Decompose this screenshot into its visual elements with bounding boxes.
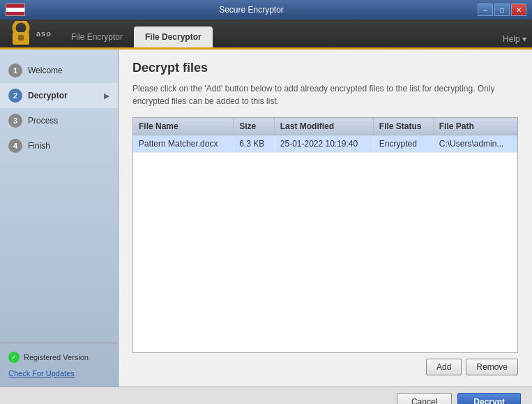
cell-file-name: Pattern Matcher.docx (133, 135, 234, 153)
sidebar-arrow-icon: ▶ (104, 92, 109, 100)
check-updates-button[interactable]: Check For Updates (8, 369, 75, 377)
sidebar-item-decryptor[interactable]: 2 Decryptor ▶ (0, 83, 118, 108)
minimize-button[interactable]: – (478, 3, 493, 16)
title-bar: Secure Encryptor – □ ✕ (0, 0, 532, 20)
step-1-circle: 1 (8, 63, 22, 77)
table-header-row: File Name Size Last Modified File Status… (133, 118, 517, 135)
page-title: Decrypt files (132, 61, 518, 75)
remove-button[interactable]: Remove (466, 359, 518, 375)
sidebar-item-process-label: Process (28, 116, 58, 126)
sidebar-item-decryptor-label: Decryptor (28, 91, 68, 100)
registered-label: Registered Version (24, 353, 89, 361)
table-empty-area (133, 153, 517, 352)
sidebar-item-welcome-label: Welcome (28, 66, 63, 75)
cell-file-path: C:\Users\admin... (433, 135, 517, 153)
file-table: File Name Size Last Modified File Status… (133, 118, 517, 153)
app-header: aso File Encryptor File Decryptor Help ▾ (0, 20, 532, 47)
step-3-circle: 3 (8, 114, 22, 128)
cancel-button[interactable]: Cancel (397, 393, 452, 404)
logo-area: aso (0, 20, 60, 47)
content-area: Decrypt files Please click on the 'Add' … (119, 50, 532, 387)
add-button[interactable]: Add (426, 359, 462, 375)
sidebar-item-welcome[interactable]: 1 Welcome (0, 58, 118, 83)
lock-icon (10, 21, 31, 46)
window-title: Secure Encryptor (25, 5, 478, 15)
content-description: Please click on the 'Add' button below t… (132, 82, 518, 107)
sidebar-item-finish-label: Finish (28, 141, 50, 151)
sidebar-bottom: ✓ Registered Version Check For Updates (0, 343, 118, 387)
col-file-path: File Path (433, 118, 517, 135)
col-last-modified: Last Modified (274, 118, 373, 135)
tab-file-encryptor[interactable]: File Encryptor (60, 27, 134, 47)
window-controls: – □ ✕ (478, 3, 526, 16)
registered-badge: ✓ Registered Version (8, 352, 109, 363)
main-layout: 1 Welcome 2 Decryptor ▶ 3 Process 4 Fini… (0, 50, 532, 387)
cell-file-status: Encrypted (373, 135, 433, 153)
tab-file-decryptor[interactable]: File Decryptor (134, 27, 213, 47)
step-4-circle: 4 (8, 139, 22, 153)
dialog-footer: Cancel Decrypt (0, 387, 532, 404)
flag-icon (6, 3, 25, 16)
sidebar-item-finish[interactable]: 4 Finish (0, 133, 118, 158)
col-file-status: File Status (373, 118, 433, 135)
file-table-container: File Name Size Last Modified File Status… (132, 117, 518, 353)
maximize-button[interactable]: □ (494, 3, 510, 16)
app-brand: aso (36, 29, 52, 38)
sidebar: 1 Welcome 2 Decryptor ▶ 3 Process 4 Fini… (0, 50, 119, 387)
table-row[interactable]: Pattern Matcher.docx 6.3 KB 25-01-2022 1… (133, 135, 517, 153)
col-size: Size (234, 118, 275, 135)
table-actions: Add Remove (132, 359, 518, 375)
col-file-name: File Name (133, 118, 234, 135)
step-2-circle: 2 (8, 89, 22, 103)
decrypt-button[interactable]: Decrypt (457, 393, 521, 404)
svg-rect-2 (18, 35, 24, 40)
cell-last-modified: 25-01-2022 10:19:40 (274, 135, 373, 153)
sidebar-item-process[interactable]: 3 Process (0, 108, 118, 133)
close-button[interactable]: ✕ (511, 3, 526, 16)
help-button[interactable]: Help ▾ (503, 34, 526, 44)
registered-icon: ✓ (8, 352, 20, 363)
cell-size: 6.3 KB (234, 135, 275, 153)
